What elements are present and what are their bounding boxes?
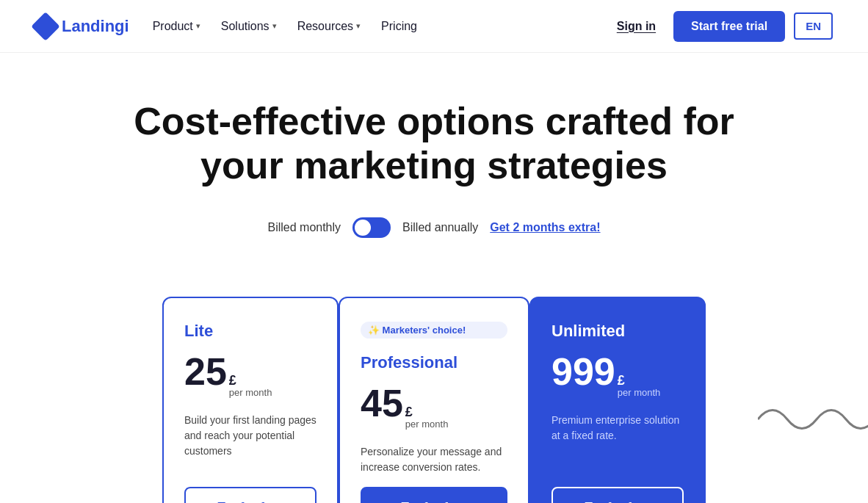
brand-name: Landingi: [62, 17, 129, 36]
price-number-lite: 25: [184, 352, 227, 391]
try-free-button-unlimited[interactable]: Try for free: [551, 487, 684, 503]
nav-pricing[interactable]: Pricing: [381, 20, 417, 33]
price-period-professional: per month: [405, 419, 449, 433]
pricing-section: Lite 25 £ per month Build your first lan…: [0, 297, 868, 503]
billing-monthly-label: Billed monthly: [267, 221, 341, 234]
plan-desc-unlimited: Premium enterprise solution at a fixed r…: [551, 413, 684, 444]
plan-card-professional: ✨ Marketers' choice! Professional 45 £ p…: [339, 297, 529, 503]
price-row-unlimited: 999 £ per month: [551, 352, 684, 401]
chevron-down-icon: ▾: [356, 21, 361, 31]
plan-card-unlimited: Unlimited 999 £ per month Premium enterp…: [529, 297, 706, 503]
hero-title: Cost-effective options crafted for your …: [104, 100, 764, 188]
price-row-professional: 45 £ per month: [361, 384, 507, 433]
plan-card-lite: Lite 25 £ per month Build your first lan…: [162, 297, 339, 503]
logo-diamond-icon: [31, 12, 60, 41]
billing-extra-link[interactable]: Get 2 months extra!: [490, 221, 600, 234]
price-period-unlimited: per month: [618, 387, 661, 401]
price-currency-lite: £: [229, 374, 236, 387]
nav-resources[interactable]: Resources ▾: [297, 20, 361, 33]
chevron-down-icon: ▾: [272, 21, 277, 31]
price-currency-unlimited: £: [618, 374, 625, 387]
price-period-lite: per month: [229, 387, 272, 401]
navbar: Landingi Product ▾ Solutions ▾ Resources…: [0, 0, 868, 53]
billing-toggle: Billed monthly Billed annually Get 2 mon…: [35, 217, 833, 238]
start-trial-button[interactable]: Start free trial: [673, 11, 785, 42]
plan-desc-professional: Personalize your message and increase co…: [361, 444, 507, 475]
try-free-button-lite[interactable]: Try for free: [184, 487, 317, 503]
nav-links: Product ▾ Solutions ▾ Resources ▾ Pricin…: [153, 20, 417, 33]
plan-desc-lite: Build your first landing pages and reach…: [184, 413, 317, 459]
nav-product[interactable]: Product ▾: [153, 20, 200, 33]
price-row-lite: 25 £ per month: [184, 352, 317, 401]
billing-annually-label: Billed annually: [402, 221, 478, 234]
nav-solutions[interactable]: Solutions ▾: [221, 20, 277, 33]
sign-in-button[interactable]: Sign in: [608, 14, 665, 39]
language-button[interactable]: EN: [794, 12, 833, 40]
nav-left: Landingi Product ▾ Solutions ▾ Resources…: [35, 16, 417, 37]
plan-name-professional: Professional: [361, 353, 507, 372]
billing-toggle-switch[interactable]: [352, 217, 391, 238]
chevron-down-icon: ▾: [196, 21, 200, 31]
plan-name-unlimited: Unlimited: [551, 322, 684, 341]
logo[interactable]: Landingi: [35, 16, 129, 37]
price-number-unlimited: 999: [551, 352, 615, 391]
try-free-button-professional[interactable]: Try for free: [361, 487, 507, 503]
nav-right: Sign in Start free trial EN: [608, 11, 833, 42]
plan-name-lite: Lite: [184, 322, 317, 341]
hero-section: Cost-effective options crafted for your …: [0, 53, 868, 297]
price-number-professional: 45: [361, 384, 403, 422]
marketers-choice-badge: ✨ Marketers' choice!: [361, 322, 507, 339]
toggle-knob: [355, 220, 371, 236]
price-currency-professional: £: [405, 405, 413, 419]
